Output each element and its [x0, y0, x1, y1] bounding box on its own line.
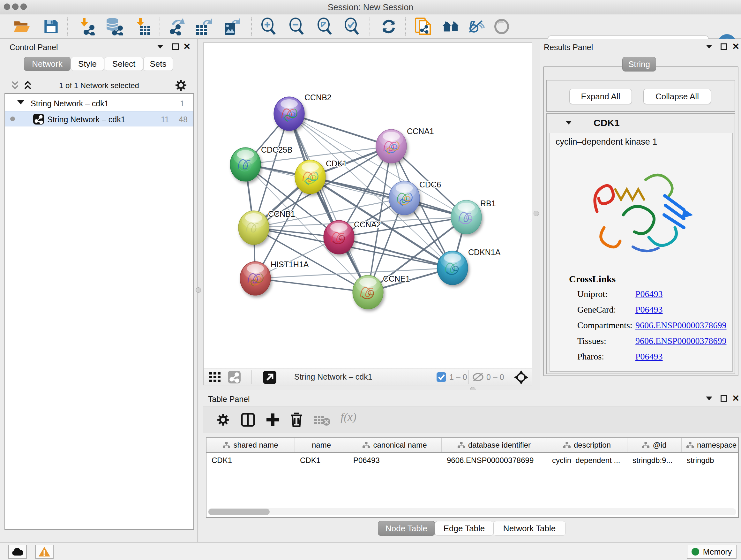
results-panel-float-icon[interactable] [721, 44, 727, 50]
node-CDC25B[interactable] [230, 147, 261, 181]
crosslink-link[interactable]: P06493 [635, 305, 663, 315]
edge-CCNA1-CCNE1[interactable] [368, 146, 391, 292]
gene-details: cyclin–dependent kinase 1 [549, 133, 733, 372]
table-cell[interactable]: cyclin–dependent ... [547, 453, 627, 468]
column-header-name[interactable]: name [295, 438, 348, 452]
node-CDKN1A[interactable] [437, 251, 468, 285]
control-tab-select[interactable]: Select [105, 57, 143, 71]
string-settings-button[interactable] [442, 17, 460, 36]
expand-all-button[interactable]: Expand All [569, 89, 632, 104]
crosslink-link[interactable]: 9606.ENSP00000378699 [635, 336, 726, 346]
birds-eye-icon[interactable] [514, 370, 529, 385]
zoom-in-button[interactable] [259, 17, 277, 36]
grid-view-icon[interactable] [209, 372, 223, 382]
control-panel-menu-icon[interactable] [157, 45, 163, 49]
open-session-button[interactable] [13, 17, 30, 36]
selected-checkbox-icon[interactable] [436, 372, 446, 382]
table-tab-network-table[interactable]: Network Table [493, 521, 565, 536]
network-options-gear-icon[interactable] [175, 79, 187, 91]
table-cell[interactable]: 9606.ENSP00000378699 [442, 453, 547, 468]
import-table-button[interactable] [134, 17, 152, 36]
network-canvas[interactable]: CCNB2CCNA1CDC25BCDK1CDC6RB1CCNB1CCNA2CDK… [203, 43, 532, 368]
control-panel-close-icon[interactable]: ✕ [183, 44, 191, 50]
edge-HIST1H1A-CCNE1[interactable] [255, 278, 368, 292]
cloud-icon [11, 547, 23, 556]
results-panel-close-icon[interactable]: ✕ [732, 44, 739, 50]
node-CDK1[interactable] [295, 160, 326, 194]
node-CCNB1[interactable] [239, 211, 269, 245]
string-import-button[interactable] [414, 17, 432, 36]
column-header-description[interactable]: description [547, 438, 627, 452]
open-view-icon[interactable] [263, 371, 276, 384]
node-HIST1H1A[interactable] [240, 261, 271, 295]
table-cell[interactable]: stringdb [682, 453, 741, 468]
node-CDC6[interactable] [389, 181, 420, 215]
scrollbar-thumb[interactable] [208, 509, 270, 515]
export-table-button[interactable] [195, 17, 212, 36]
crosslinks-title: CrossLinks [569, 273, 616, 285]
collection-expand-icon[interactable] [17, 100, 24, 105]
table-tab-node-table[interactable]: Node Table [378, 521, 435, 536]
node-CCNA1[interactable] [376, 129, 407, 163]
results-panel-menu-icon[interactable] [706, 45, 712, 49]
table-panel-float-icon[interactable] [721, 395, 727, 401]
table-row[interactable]: CDK1CDK1P064939606.ENSP00000378699cyclin… [206, 453, 738, 468]
column-header-@id[interactable]: @id [627, 438, 682, 452]
gene-collapse-icon[interactable] [565, 121, 572, 125]
edge-CCNA2-CDKN1A[interactable] [339, 237, 453, 268]
hidden-eye-icon[interactable] [472, 372, 484, 382]
table-cell[interactable]: P06493 [348, 453, 442, 468]
table-panel-close-icon[interactable]: ✕ [732, 395, 739, 401]
string-view-icon[interactable] [228, 371, 241, 383]
crosslink-link[interactable]: P06493 [635, 352, 663, 362]
enhance-labels-button[interactable] [468, 17, 486, 36]
warnings-button[interactable] [35, 545, 54, 559]
node-CCNB2[interactable] [274, 97, 305, 131]
crosslink-link[interactable]: P06493 [635, 289, 663, 299]
table-cell[interactable]: stringdb:9... [627, 453, 682, 468]
zoom-selected-button[interactable] [342, 17, 360, 36]
table-cell[interactable]: CDK1 [295, 453, 348, 468]
control-tab-sets[interactable]: Sets [143, 57, 173, 71]
table-gear-icon[interactable] [217, 414, 229, 426]
control-tab-network[interactable]: Network [24, 57, 71, 71]
node-CCNE1[interactable] [353, 275, 383, 309]
left-splitter-handle[interactable] [196, 287, 201, 293]
column-header-shared-name[interactable]: shared name [206, 438, 295, 452]
column-header-database-identifier[interactable]: database identifier [442, 438, 547, 452]
export-network-button[interactable] [169, 17, 186, 36]
edge-CCNB2-CCNA1[interactable] [289, 114, 391, 146]
table-horizontal-scrollbar[interactable] [208, 508, 736, 515]
cloud-button[interactable] [8, 545, 27, 559]
zoom-out-button[interactable] [287, 17, 305, 36]
table-cell[interactable]: CDK1 [206, 453, 295, 468]
results-tab-string[interactable]: String [622, 57, 656, 71]
crosslink-link[interactable]: 9606.ENSP00000378699 [635, 320, 726, 330]
node-CCNA2[interactable] [324, 220, 354, 254]
import-network-button[interactable] [78, 17, 96, 36]
control-tab-style[interactable]: Style [71, 57, 104, 71]
import-network-from-database-button[interactable] [105, 17, 123, 36]
control-panel-float-icon[interactable] [172, 44, 179, 50]
memory-button[interactable]: Memory [687, 545, 737, 559]
delete-column-trash-icon[interactable] [290, 412, 303, 428]
show-columns-icon[interactable] [241, 413, 255, 427]
save-session-button[interactable] [42, 17, 60, 36]
node-RB1[interactable] [451, 200, 482, 234]
column-header-namespace[interactable]: namespace [682, 438, 741, 452]
zoom-fit-button[interactable] [315, 17, 333, 36]
network-row-selected[interactable]: String Network – cdk1 11 48 [5, 111, 193, 126]
table-tab-edge-table[interactable]: Edge Table [435, 521, 493, 536]
crosslink-label: Uniprot: [577, 289, 635, 299]
refresh-button[interactable] [380, 17, 398, 36]
edge-CDK1-RB1[interactable] [310, 177, 466, 217]
network-collection-row[interactable]: String Network – cdk1 1 [5, 97, 193, 111]
create-column-plus-icon[interactable] [266, 413, 280, 427]
table-panel-menu-icon[interactable] [706, 396, 712, 400]
collapse-all-button[interactable]: Collapse All [643, 89, 711, 104]
right-splitter-handle[interactable] [534, 211, 539, 216]
show-hide-button[interactable] [493, 17, 511, 36]
column-header-canonical-name[interactable]: canonical name [348, 438, 442, 452]
selected-count: 1 – 0 [449, 373, 467, 382]
export-image-button[interactable] [222, 17, 240, 36]
